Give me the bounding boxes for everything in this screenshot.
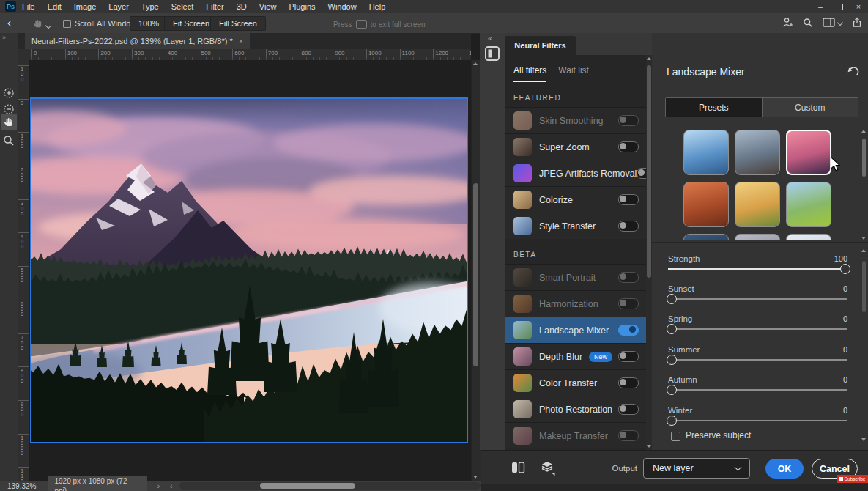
presets-scroll-down-icon[interactable] (861, 237, 866, 240)
slider-spring[interactable]: Spring0 (668, 314, 847, 341)
filter-row-smart-portrait[interactable]: Smart Portrait (505, 264, 646, 290)
tab-all-filters[interactable]: All filters (513, 65, 546, 82)
menu-edit[interactable]: Edit (48, 2, 62, 11)
slider-knob[interactable] (667, 385, 677, 395)
document-tab[interactable]: Neural-Filters-Ps-2022.psd @ 139% (Layer… (25, 33, 250, 49)
toolbar-expand-icon[interactable]: » (2, 34, 5, 41)
preset-summer-meadow[interactable] (786, 182, 831, 227)
compare-view-icon[interactable] (511, 462, 525, 473)
slider-track[interactable] (668, 328, 847, 330)
slider-sunset[interactable]: Sunset0 (668, 284, 847, 311)
vertical-scroll-thumb[interactable] (473, 183, 478, 366)
slider-track[interactable] (668, 298, 847, 300)
filter-toggle-harmonization[interactable] (618, 298, 639, 309)
zoom-tool[interactable] (3, 135, 15, 147)
menu-file[interactable]: File (22, 2, 35, 11)
preset-canyon[interactable] (683, 182, 729, 227)
filters-scroll-thumb[interactable] (647, 65, 651, 278)
filter-toggle-jpeg-artifacts-removal[interactable] (637, 168, 646, 179)
filter-row-skin-smoothing[interactable]: Skin Smoothing (505, 107, 646, 133)
presets-scrollbar[interactable] (861, 130, 867, 240)
output-select[interactable]: New layer (643, 458, 750, 479)
slider-knob[interactable] (840, 264, 850, 274)
panel-collapse-icon[interactable]: « (488, 34, 492, 43)
preset-sunset-hills[interactable] (735, 182, 780, 227)
scroll-down-icon[interactable] (473, 476, 478, 479)
preserve-subject-checkbox[interactable] (671, 432, 680, 441)
menu-plugins[interactable]: Plugins (289, 2, 315, 11)
filter-toggle-style-transfer[interactable] (618, 221, 639, 232)
minimize-button[interactable]: – (811, 0, 830, 13)
horizontal-scrollbar[interactable] (179, 482, 481, 490)
preset-winter-light[interactable] (786, 234, 831, 240)
preset-night-landscape[interactable] (683, 234, 729, 240)
filters-scroll-up-icon[interactable] (647, 57, 651, 60)
filter-toggle-colorize[interactable] (618, 194, 639, 205)
preset-winter-mountains[interactable] (683, 130, 729, 175)
slider-track[interactable] (668, 389, 847, 391)
filter-row-landscape-mixer[interactable]: Landscape Mixer (505, 317, 646, 343)
filter-row-color-transfer[interactable]: Color Transfer (505, 369, 646, 396)
filter-toggle-depth-blur[interactable] (618, 351, 639, 362)
back-arrow-icon[interactable]: ‹ (7, 16, 11, 29)
reset-icon[interactable] (847, 67, 859, 78)
tab-presets[interactable]: Presets (666, 98, 762, 117)
status-back-icon[interactable]: ‹ (170, 482, 172, 490)
preset-gray-landscape[interactable] (735, 234, 780, 240)
menu-3d[interactable]: 3D (237, 2, 247, 11)
account-icon[interactable] (782, 17, 793, 28)
filter-row-depth-blur[interactable]: Depth BlurNew (505, 343, 646, 369)
menu-window[interactable]: Window (328, 2, 357, 11)
neural-filters-panel-tab[interactable]: Neural Filters (505, 36, 576, 55)
restore-button[interactable] (830, 0, 849, 13)
share-icon[interactable] (852, 17, 862, 28)
layers-icon[interactable] (541, 460, 556, 476)
slider-summer[interactable]: Summer0 (668, 345, 847, 372)
slider-track[interactable] (668, 268, 847, 270)
filter-row-super-zoom[interactable]: Super Zoom (505, 133, 646, 160)
zoom-out-tool[interactable] (3, 103, 15, 115)
settings-scroll-down-icon[interactable] (861, 438, 866, 441)
filter-row-colorize[interactable]: Colorize (505, 186, 646, 213)
hand-tool[interactable] (3, 116, 15, 128)
settings-scroll-up-icon[interactable] (861, 249, 866, 252)
filter-toggle-smart-portrait[interactable] (618, 272, 639, 283)
filter-toggle-landscape-mixer[interactable] (618, 325, 639, 336)
slider-track[interactable] (668, 359, 847, 361)
filter-toggle-photo-restoration[interactable] (618, 404, 639, 415)
slider-strength[interactable]: Strength100 (668, 254, 847, 281)
filter-row-photo-restoration[interactable]: Photo Restoration (505, 396, 646, 422)
filters-scrollbar[interactable] (646, 55, 652, 450)
slider-knob[interactable] (667, 355, 677, 365)
menu-image[interactable]: Image (74, 2, 97, 11)
document-tab-close-icon[interactable]: × (239, 37, 243, 45)
horizontal-scroll-thumb[interactable] (260, 483, 355, 489)
menu-layer[interactable]: Layer (108, 2, 129, 11)
menu-select[interactable]: Select (171, 2, 194, 11)
close-button[interactable]: × (849, 0, 868, 13)
zoom-100-button[interactable]: 100% (130, 16, 168, 31)
scroll-up-icon[interactable] (473, 62, 478, 65)
filter-toggle-color-transfer[interactable] (618, 377, 639, 388)
scroll-all-windows-checkbox[interactable] (63, 20, 71, 28)
fill-screen-button[interactable]: Fill Screen (210, 16, 266, 31)
slider-knob[interactable] (667, 294, 677, 304)
search-icon[interactable] (803, 18, 813, 28)
menu-filter[interactable]: Filter (206, 2, 223, 11)
filter-row-makeup-transfer[interactable]: Makeup Transfer (505, 422, 646, 448)
filter-row-jpeg-artifacts-removal[interactable]: JPEG Artifacts Removal (505, 160, 646, 186)
filter-row-style-transfer[interactable]: Style Transfer (505, 213, 646, 239)
filter-toggle-skin-smoothing[interactable] (618, 115, 639, 126)
filters-scroll-down-icon[interactable] (647, 445, 651, 448)
slider-autumn[interactable]: Autumn0 (668, 375, 847, 402)
slider-knob[interactable] (667, 324, 677, 334)
filter-toggle-makeup-transfer[interactable] (618, 430, 639, 441)
workspace-icon[interactable] (823, 18, 835, 27)
preset-sunset-peak[interactable] (786, 130, 831, 175)
hand-tool-dropdown-icon[interactable] (45, 23, 51, 29)
zoom-in-tool[interactable] (3, 87, 15, 99)
filter-row-harmonization[interactable]: Harmonization (505, 290, 646, 317)
tab-wait-list[interactable]: Wait list (558, 65, 589, 82)
filter-toggle-super-zoom[interactable] (618, 141, 639, 152)
status-zoom-level[interactable]: 139.32% (7, 482, 36, 490)
